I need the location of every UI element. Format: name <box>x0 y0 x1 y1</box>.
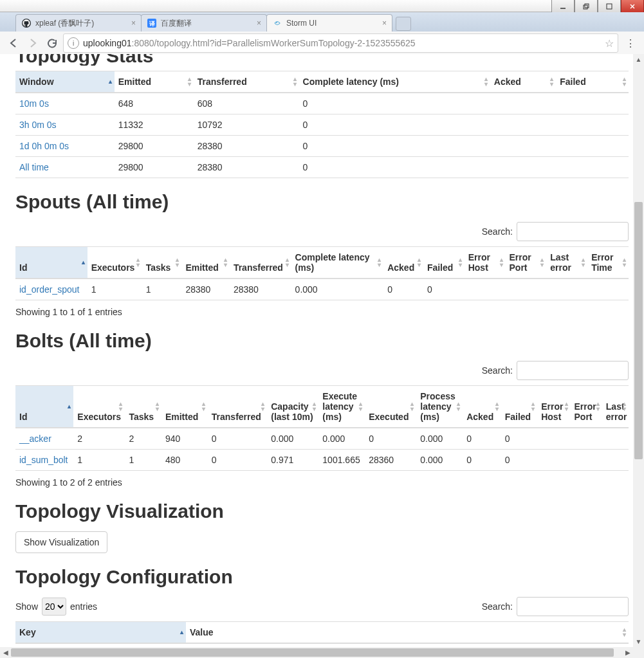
row-link[interactable]: 1d 0h 0m 0s <box>19 141 69 151</box>
vertical-scrollbar-thumb[interactable] <box>634 202 643 459</box>
col-value[interactable]: Value▴▾ <box>186 622 629 644</box>
col-error-port[interactable]: Error Port▴▾ <box>506 247 547 279</box>
col-acked[interactable]: Acked▴▾ <box>463 386 501 428</box>
table-cell: 1 <box>142 279 182 300</box>
table-cell <box>587 279 629 300</box>
spouts-search-input[interactable] <box>517 222 629 241</box>
col-failed[interactable]: Failed▴▾ <box>423 247 465 279</box>
col-transferred[interactable]: Transferred▴▾ <box>230 247 291 279</box>
browser-menu-button[interactable]: ⋮ <box>622 35 639 51</box>
col-error-time[interactable]: Error Time▴▾ <box>587 247 629 279</box>
page-size-select[interactable]: 20 <box>42 598 66 616</box>
window-title-bar <box>0 0 644 12</box>
col-executed[interactable]: Executed▴▾ <box>365 386 416 428</box>
tab-close-icon[interactable]: × <box>257 19 261 28</box>
scroll-up-arrow-icon[interactable]: ▲ <box>633 54 644 65</box>
col-tasks[interactable]: Tasks▴▾ <box>125 386 161 428</box>
window-maximize-button[interactable] <box>598 0 621 13</box>
col-transferred[interactable]: Transferred▴▾ <box>194 71 299 93</box>
topology-stats-heading: Topology Stats <box>15 54 629 66</box>
col-emitted[interactable]: Emitted▴▾ <box>161 386 208 428</box>
col-emitted[interactable]: Emitted▴▾ <box>115 71 194 93</box>
col-transferred[interactable]: Transferred▴▾ <box>208 386 267 428</box>
bookmark-star-icon[interactable]: ☆ <box>601 37 614 50</box>
col-id[interactable]: Id▴ <box>15 247 87 279</box>
site-info-icon[interactable]: i <box>68 37 79 49</box>
table-cell: All time <box>15 157 115 178</box>
table-cell <box>546 279 587 300</box>
window-close-button[interactable] <box>621 0 644 13</box>
col-exec-latency[interactable]: Execute latency (ms)▴▾ <box>318 386 365 428</box>
window-controls <box>551 0 644 13</box>
col-complete-latency[interactable]: Complete latency (ms)▴▾ <box>291 247 384 279</box>
col-last-error[interactable]: Last error▴▾ <box>602 386 629 428</box>
visualization-heading: Topology Visualization <box>15 500 629 522</box>
table-cell: 480 <box>161 450 208 471</box>
configuration-heading: Topology Configuration <box>15 566 629 588</box>
table-cell: 0 <box>365 428 416 450</box>
bolts-search-input[interactable] <box>517 361 629 380</box>
window-minimize-button[interactable] <box>551 0 575 13</box>
table-cell: 0 <box>463 450 501 471</box>
col-failed[interactable]: Failed▴▾ <box>556 71 629 93</box>
table-cell <box>602 450 629 471</box>
svg-rect-3 <box>607 4 612 9</box>
col-tasks[interactable]: Tasks▴▾ <box>142 247 182 279</box>
row-link[interactable]: id_sum_bolt <box>19 455 68 465</box>
scroll-left-arrow-icon[interactable]: ◀ <box>0 647 11 658</box>
table-cell <box>556 114 629 136</box>
scroll-right-arrow-icon[interactable]: ▶ <box>622 647 633 658</box>
browser-tab-baidu[interactable]: 译 百度翻译 × <box>141 14 267 32</box>
browser-tab-storm[interactable]: Storm UI × <box>266 14 392 32</box>
config-search-input[interactable] <box>517 597 629 616</box>
browser-tab-github[interactable]: xpleaf (香飘叶子) × <box>15 14 142 32</box>
col-acked[interactable]: Acked▴▾ <box>490 71 556 93</box>
col-process-latency[interactable]: Process latency (ms)▴▾ <box>416 386 463 428</box>
horizontal-scrollbar-thumb[interactable] <box>11 648 614 657</box>
table-cell: 28380 <box>194 136 299 157</box>
col-acked[interactable]: Acked▴▾ <box>383 247 423 279</box>
col-complete-latency[interactable]: Complete latency (ms)▴▾ <box>299 71 490 93</box>
window-restore-button[interactable] <box>575 0 598 13</box>
col-capacity[interactable]: Capacity (last 10m)▴▾ <box>267 386 318 428</box>
table-cell: 0 <box>299 136 490 157</box>
address-bar[interactable]: i uplooking01 :8080/topology.html?id=Par… <box>63 33 618 53</box>
nav-reload-button[interactable] <box>44 35 60 51</box>
col-id[interactable]: Id▴ <box>15 386 73 428</box>
table-cell: 1 <box>125 450 161 471</box>
col-executors[interactable]: Executors▴▾ <box>87 247 142 279</box>
col-error-host[interactable]: Error Host▴▾ <box>465 247 506 279</box>
row-link[interactable]: All time <box>19 162 49 172</box>
col-key[interactable]: Key▴ <box>15 622 186 644</box>
table-cell: 1 <box>87 279 142 300</box>
tab-close-icon[interactable]: × <box>131 19 136 28</box>
table-cell: 0 <box>383 279 423 300</box>
search-label: Search: <box>482 226 513 237</box>
row-link[interactable]: __acker <box>19 434 51 444</box>
col-error-port[interactable]: Error Port▴▾ <box>571 386 602 428</box>
col-failed[interactable]: Failed▴▾ <box>501 386 537 428</box>
row-link[interactable]: 10m 0s <box>19 98 49 109</box>
horizontal-scrollbar[interactable]: ◀ ▶ <box>0 647 633 658</box>
row-link[interactable]: 3h 0m 0s <box>19 120 57 130</box>
nav-back-button[interactable] <box>5 35 22 51</box>
vertical-scrollbar[interactable]: ▲ ▼ <box>633 54 644 647</box>
show-visualization-button[interactable]: Show Visualization <box>15 531 107 553</box>
table-cell: 648 <box>115 93 194 114</box>
scroll-down-arrow-icon[interactable]: ▼ <box>633 636 644 647</box>
col-error-host[interactable]: Error Host▴▾ <box>537 386 570 428</box>
tab-close-icon[interactable]: × <box>382 19 387 28</box>
col-window[interactable]: Window▴ <box>15 71 115 93</box>
nav-forward-button[interactable] <box>24 35 41 51</box>
row-link[interactable]: id_order_spout <box>19 284 79 295</box>
browser-tab-label: 百度翻译 <box>161 18 253 29</box>
col-last-error[interactable]: Last error▴▾ <box>546 247 587 279</box>
table-cell: __acker <box>15 428 73 450</box>
col-emitted[interactable]: Emitted▴▾ <box>181 247 229 279</box>
new-tab-button[interactable] <box>396 17 411 31</box>
col-executors[interactable]: Executors▴▾ <box>73 386 125 428</box>
bolts-heading: Bolts (All time) <box>15 330 629 352</box>
table-cell: id_order_spout <box>15 279 87 300</box>
table-cell: id_sum_bolt <box>15 450 73 471</box>
table-row: __acker2294000.0000.00000.00000 <box>15 428 629 450</box>
